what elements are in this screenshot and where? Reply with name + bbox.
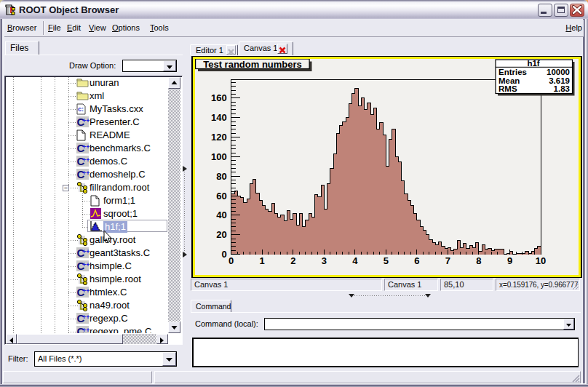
- svg-text:++: ++: [82, 156, 90, 164]
- svg-text:60: 60: [216, 191, 226, 202]
- svg-text:RMS: RMS: [498, 84, 517, 93]
- svg-text:4: 4: [352, 255, 358, 266]
- svg-text:0: 0: [229, 255, 234, 266]
- svg-text:Mean: Mean: [498, 76, 520, 85]
- svg-text:++: ++: [82, 327, 90, 333]
- svg-text:3: 3: [322, 255, 327, 266]
- svg-text:140: 140: [211, 112, 227, 123]
- svg-text:6: 6: [414, 255, 419, 266]
- svg-text:3.619: 3.619: [549, 76, 570, 85]
- svg-text:100: 100: [211, 151, 227, 162]
- svg-text:++: ++: [82, 314, 90, 321]
- svg-text:40: 40: [216, 210, 226, 220]
- svg-text:8: 8: [476, 255, 481, 266]
- svg-text:7: 7: [445, 255, 450, 266]
- svg-text:++: ++: [82, 287, 90, 295]
- svg-text:2: 2: [290, 255, 295, 266]
- svg-text:0: 0: [221, 249, 226, 260]
- svg-text:++: ++: [82, 261, 90, 268]
- svg-text:5: 5: [384, 255, 389, 266]
- svg-text:++: ++: [82, 143, 90, 151]
- svg-text:Test random numbers: Test random numbers: [203, 59, 302, 70]
- svg-text:120: 120: [211, 132, 227, 143]
- svg-text:160: 160: [211, 92, 227, 103]
- svg-text:1.83: 1.83: [554, 84, 570, 93]
- svg-text:++: ++: [82, 169, 90, 177]
- svg-text:20: 20: [216, 229, 226, 240]
- svg-text:10: 10: [536, 255, 546, 266]
- svg-text:9: 9: [507, 255, 512, 266]
- svg-text:1: 1: [260, 255, 265, 266]
- svg-text:10000: 10000: [547, 68, 570, 76]
- svg-text:h1f: h1f: [527, 59, 539, 68]
- svg-text:80: 80: [216, 171, 226, 182]
- svg-text:c:: c:: [78, 105, 84, 113]
- svg-text:++: ++: [82, 117, 90, 124]
- svg-text:Entries: Entries: [498, 68, 527, 76]
- svg-text:++: ++: [82, 248, 90, 255]
